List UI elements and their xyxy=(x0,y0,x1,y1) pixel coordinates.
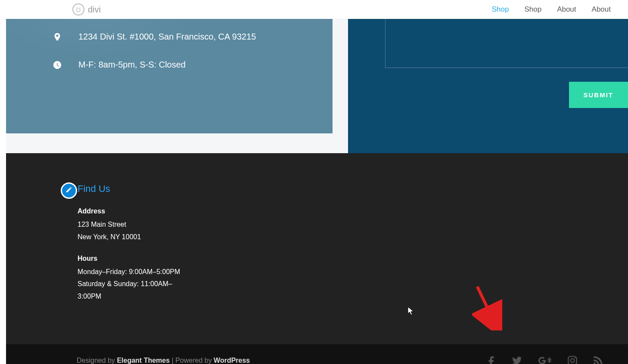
credit-designed-link[interactable]: Elegant Themes xyxy=(117,357,170,364)
nav-link-about-2[interactable]: About xyxy=(592,5,611,14)
contact-form-panel: SUBMIT xyxy=(348,0,628,153)
footer-bottom-bar: Designed by Elegant Themes | Powered by … xyxy=(6,344,628,364)
map-pin-icon xyxy=(53,32,62,42)
footer-address-block: Address 123 Main Street New York, NY 100… xyxy=(78,207,190,244)
footer-address-label: Address xyxy=(78,207,190,215)
twitter-icon[interactable] xyxy=(512,355,523,364)
footer-hours-block: Hours Monday–Friday: 9:00AM–5:00PM Satur… xyxy=(78,255,190,303)
credit-sep: | xyxy=(170,357,175,364)
svg-point-2 xyxy=(571,359,575,363)
content-upper: 1234 Divi St. #1000, San Francisco, CA 9… xyxy=(6,0,628,153)
credit-powered-link[interactable]: WordPress xyxy=(214,357,250,364)
contact-hours-row: M-F: 8am-5pm, S-S: Closed xyxy=(53,60,315,70)
contact-info-panel: 1234 Divi St. #1000, San Francisco, CA 9… xyxy=(6,0,333,133)
nav-link-about-1[interactable]: About xyxy=(557,5,576,14)
pencil-icon xyxy=(65,186,72,195)
facebook-icon[interactable] xyxy=(486,355,497,364)
contact-hours-text: M-F: 8am-5pm, S-S: Closed xyxy=(78,60,186,70)
nav-link-shop[interactable]: Shop xyxy=(524,5,541,14)
footer-hours-label: Hours xyxy=(78,255,190,262)
nav-link-shop-active[interactable]: Shop xyxy=(492,5,509,14)
logo-text: divi xyxy=(88,5,101,15)
footer-social-links xyxy=(486,355,604,364)
site-footer: Find Us Address 123 Main Street New York… xyxy=(6,153,628,344)
google-plus-icon[interactable] xyxy=(538,355,552,364)
contact-address-text: 1234 Divi St. #1000, San Francisco, CA 9… xyxy=(78,32,256,42)
footer-credit: Designed by Elegant Themes | Powered by … xyxy=(77,357,250,364)
footer-title: Find Us xyxy=(78,183,628,194)
site-header: D divi Shop Shop About About xyxy=(0,0,628,19)
footer-hours-line2: Saturday & Sunday: 11:00AM–3:00PM xyxy=(78,278,190,303)
credit-designed-prefix: Designed by xyxy=(77,357,117,364)
footer-hours-line1: Monday–Friday: 9:00AM–5:00PM xyxy=(78,266,190,278)
logo-mark-icon: D xyxy=(72,3,84,15)
credit-powered-prefix: Powered by xyxy=(175,357,214,364)
clock-icon xyxy=(53,60,62,70)
site-logo[interactable]: D divi xyxy=(72,3,101,15)
footer-address-line1: 123 Main Street xyxy=(78,219,190,231)
primary-nav: Shop Shop About About xyxy=(492,5,619,14)
instagram-icon[interactable] xyxy=(567,355,578,364)
contact-address-row: 1234 Divi St. #1000, San Francisco, CA 9… xyxy=(53,32,315,42)
svg-point-3 xyxy=(575,358,576,359)
footer-address-line2: New York, NY 10001 xyxy=(78,231,190,244)
edit-module-button[interactable] xyxy=(61,182,77,199)
submit-button[interactable]: SUBMIT xyxy=(569,82,628,108)
rss-icon[interactable] xyxy=(593,355,604,364)
